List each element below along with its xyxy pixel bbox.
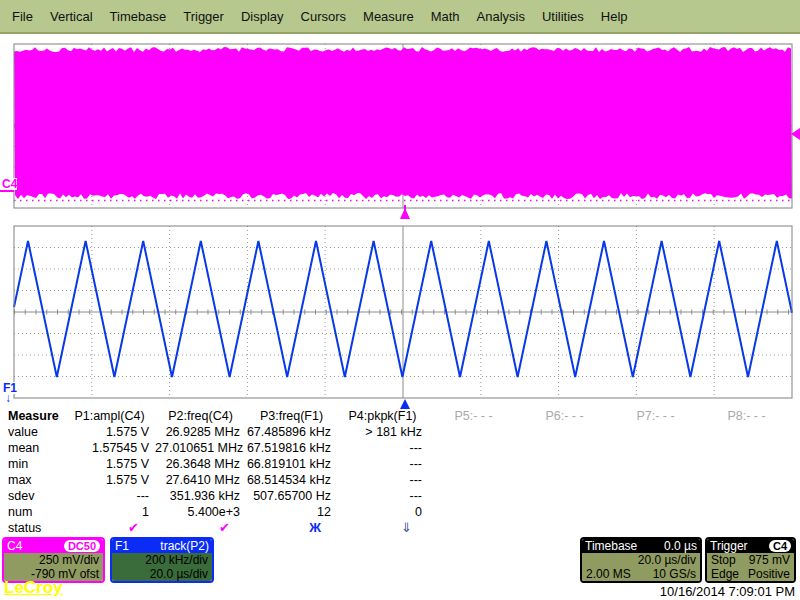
trigger-level: 975 mV bbox=[749, 553, 790, 567]
measure-sdev-p2: 351.936 kHz bbox=[155, 488, 246, 504]
c4-volts-per-div: 250 mV/div bbox=[4, 553, 103, 567]
measure-row-label-status: status bbox=[4, 520, 64, 536]
measure-max-p2: 27.6410 MHz bbox=[155, 472, 246, 488]
measure-mean-p1: 1.57545 V bbox=[64, 440, 155, 456]
trigger-source-badge: C4 bbox=[769, 540, 791, 552]
lecroy-logo: LeCroy bbox=[4, 579, 63, 597]
measure-mean-p8 bbox=[701, 440, 792, 456]
measure-sdev-p6 bbox=[519, 488, 610, 504]
f1-offscreen-arrow-icon: ↓ bbox=[5, 392, 11, 404]
measure-table: MeasureP1:ampl(C4)P2:freq(C4)P3:freq(F1)… bbox=[4, 408, 798, 536]
measure-value-p6 bbox=[519, 424, 610, 440]
f1-descriptor-box[interactable]: F1 track(P2) 200 kHz/div 20.0 µs/div bbox=[110, 537, 214, 583]
c4-trace-fill[interactable] bbox=[14, 47, 792, 199]
measure-min-p4: --- bbox=[337, 456, 428, 472]
trigger-delay-marker[interactable] bbox=[400, 208, 410, 219]
trigger-mode: Stop bbox=[711, 553, 736, 567]
measure-value-p4: > 181 kHz bbox=[337, 424, 428, 440]
measure-table-title: Measure bbox=[4, 408, 64, 424]
measure-num-p2: 5.400e+3 bbox=[155, 504, 246, 520]
status-empty-p6 bbox=[519, 520, 610, 536]
measure-num-p6 bbox=[519, 504, 610, 520]
measure-max-p7 bbox=[610, 472, 701, 488]
status-stopped-icon-p4: ⇓ bbox=[337, 520, 428, 536]
measure-col-header-p1[interactable]: P1:ampl(C4) bbox=[64, 408, 155, 424]
measure-col-header-p7[interactable]: P7:- - - bbox=[610, 408, 701, 424]
measure-row-label-min: min bbox=[4, 456, 64, 472]
measure-max-p5 bbox=[428, 472, 519, 488]
status-empty-p5 bbox=[428, 520, 519, 536]
status-empty-p7 bbox=[610, 520, 701, 536]
measure-col-header-p4[interactable]: P4:pkpk(F1) bbox=[337, 408, 428, 424]
trigger-descriptor-box[interactable]: Trigger C4 Stop 975 mV Edge Positive bbox=[705, 537, 796, 583]
timebase-per-div: 20.0 µs/div bbox=[582, 553, 700, 567]
timebase-name: Timebase bbox=[585, 539, 637, 553]
measure-value-p2: 26.9285 MHz bbox=[155, 424, 246, 440]
measure-num-p4: 0 bbox=[337, 504, 428, 520]
measure-max-p1: 1.575 V bbox=[64, 472, 155, 488]
measure-mean-p7 bbox=[610, 440, 701, 456]
measure-sdev-p7 bbox=[610, 488, 701, 504]
measure-min-p7 bbox=[610, 456, 701, 472]
timebase-rate: 10 GS/s bbox=[653, 567, 696, 581]
measure-sdev-p1: --- bbox=[64, 488, 155, 504]
measure-row-label-num: num bbox=[4, 504, 64, 520]
measure-mean-p4: --- bbox=[337, 440, 428, 456]
measure-num-p1: 1 bbox=[64, 504, 155, 520]
timestamp: 10/16/2014 7:09:01 PM bbox=[660, 584, 795, 599]
f1-units-per-div: 200 kHz/div bbox=[112, 553, 212, 567]
measure-sdev-p4: --- bbox=[337, 488, 428, 504]
measure-num-p5 bbox=[428, 504, 519, 520]
timebase-delay: 0.0 µs bbox=[664, 539, 697, 553]
measure-min-p1: 1.575 V bbox=[64, 456, 155, 472]
status-invalid-icon-p3: Ж bbox=[246, 520, 337, 536]
measure-mean-p5 bbox=[428, 440, 519, 456]
measure-max-p6 bbox=[519, 472, 610, 488]
measure-col-header-p2[interactable]: P2:freq(C4) bbox=[155, 408, 246, 424]
status-pass-icon-p2: ✔ bbox=[155, 520, 246, 536]
c4-descriptor-box[interactable]: C4 DC50 250 mV/div -790 mV ofst bbox=[2, 537, 105, 583]
measure-col-header-p3[interactable]: P3:freq(F1) bbox=[246, 408, 337, 424]
measure-col-header-p5[interactable]: P5:- - - bbox=[428, 408, 519, 424]
measure-col-header-p8[interactable]: P8:- - - bbox=[701, 408, 792, 424]
measure-mean-p6 bbox=[519, 440, 610, 456]
c4-trace-label: C4 bbox=[2, 178, 17, 190]
measure-min-p2: 26.3648 MHz bbox=[155, 456, 246, 472]
trigger-type: Edge bbox=[711, 567, 739, 581]
measure-max-p8 bbox=[701, 472, 792, 488]
c4-descriptor-name: C4 bbox=[7, 539, 22, 553]
measure-row-label-value: value bbox=[4, 424, 64, 440]
measure-row-label-mean: mean bbox=[4, 440, 64, 456]
measure-row-label-sdev: sdev bbox=[4, 488, 64, 504]
timebase-samples: 2.00 MS bbox=[586, 567, 631, 581]
measure-value-p1: 1.575 V bbox=[64, 424, 155, 440]
measure-num-p8 bbox=[701, 504, 792, 520]
measure-max-p4: --- bbox=[337, 472, 428, 488]
trigger-name: Trigger bbox=[710, 539, 748, 553]
measure-min-p5 bbox=[428, 456, 519, 472]
measure-max-p3: 68.514534 kHz bbox=[246, 472, 337, 488]
measure-sdev-p3: 507.65700 Hz bbox=[246, 488, 337, 504]
timebase-descriptor-box[interactable]: Timebase 0.0 µs 20.0 µs/div 2.00 MS 10 G… bbox=[580, 537, 702, 583]
measure-min-p8 bbox=[701, 456, 792, 472]
measure-num-p7 bbox=[610, 504, 701, 520]
c4-coupling-badge: DC50 bbox=[64, 540, 100, 552]
measure-min-p6 bbox=[519, 456, 610, 472]
measure-mean-p2: 27.010651 MHz bbox=[155, 440, 246, 456]
measure-row-label-max: max bbox=[4, 472, 64, 488]
oscilloscope-screen: FileVerticalTimebaseTriggerDisplayCursor… bbox=[0, 0, 800, 600]
measure-sdev-p5 bbox=[428, 488, 519, 504]
measure-col-header-p6[interactable]: P6:- - - bbox=[519, 408, 610, 424]
f1-descriptor-name: F1 bbox=[115, 539, 129, 553]
measure-min-p3: 66.819101 kHz bbox=[246, 456, 337, 472]
measure-value-p3: 67.485896 kHz bbox=[246, 424, 337, 440]
trigger-slope: Positive bbox=[748, 567, 790, 581]
f1-function-mode: track(P2) bbox=[160, 539, 209, 553]
measure-num-p3: 12 bbox=[246, 504, 337, 520]
status-pass-icon-p1: ✔ bbox=[64, 520, 155, 536]
f1-time-per-div: 20.0 µs/div bbox=[112, 567, 212, 581]
measure-value-p7 bbox=[610, 424, 701, 440]
measure-sdev-p8 bbox=[701, 488, 792, 504]
measure-mean-p3: 67.519816 kHz bbox=[246, 440, 337, 456]
measure-value-p8 bbox=[701, 424, 792, 440]
